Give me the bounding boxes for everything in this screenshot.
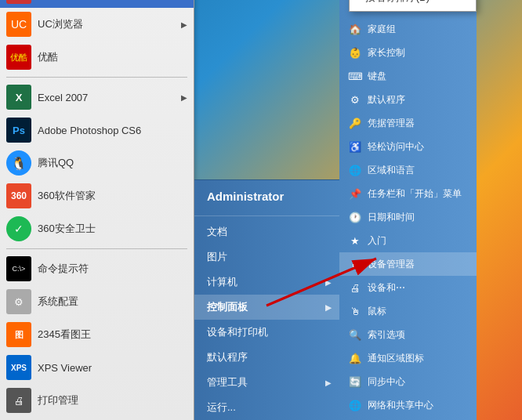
right-mouse[interactable]: 🖱 鼠标 [339,299,477,323]
credentials-icon: 🔑 [347,115,363,131]
region-lang-label: 区域和语言 [368,164,415,177]
mouse-icon: 🖱 [347,303,363,319]
xps-icon: XPS [6,355,31,380]
taskbar-start-icon: 📌 [347,186,363,201]
360mgr-icon: 360 [6,183,31,208]
uninstall-icon: 卸 [6,0,31,4]
app-sysconf[interactable]: ⚙ 系统配置 [0,285,194,318]
ease-access-icon: ♿ [347,139,363,154]
control-panel-arrow: ▶ [325,303,332,312]
app-tencent-qq[interactable]: 🐧 腾讯QQ [0,147,194,179]
keyboard-label: 键盘 [368,70,386,83]
run-label: 运行... [207,400,236,415]
sysconf-icon: ⚙ [6,289,31,314]
index-icon: 🔍 [347,327,363,342]
360guard-label: 360安全卫士 [38,222,187,236]
right-ease-access[interactable]: ♿ 轻松访问中心 [339,135,477,158]
app-2345[interactable]: 图 2345看图王 [0,318,194,351]
date-time-icon: 🕐 [347,209,363,225]
uc-arrow: ▶ [181,20,187,29]
xps-label: XPS Viewer [38,362,187,374]
print-label: 打印管理 [38,393,187,407]
menu-computer[interactable]: 计算机 ▶ [194,270,339,295]
tencent-icon: 🐧 [6,150,31,176]
right-intro[interactable]: ★ 入门 [339,229,477,252]
right-keyboard[interactable]: ⌨ 键盘 [339,64,477,88]
right-sync[interactable]: 🔄 同步中心 [339,370,477,393]
app-excel[interactable]: X Excel 2007 ▶ [0,81,194,114]
credentials-label: 凭据管理器 [368,117,415,130]
start-menu: 🌐 QQ浏览器 卸 强力卸载电脑中的软件 UC UC浏览器 ▶ 优酷 优酷 X … [0,0,477,420]
device-auto-label: 设备和⋯ [368,281,405,295]
2345-icon: 图 [6,322,31,347]
parental-label: 家长控制 [368,46,405,60]
pictures-label: 图片 [207,250,227,264]
right-region-lang[interactable]: 🌐 区域和语言 [339,158,477,182]
region-lang-icon: 🌐 [347,162,363,178]
intro-label: 入门 [368,234,386,248]
youku-label: 优酷 [38,50,187,64]
uc-label: UC浏览器 [38,17,181,31]
menu-control-panel[interactable]: 控制面板 ▶ [194,295,339,320]
right-taskbar-start[interactable]: 📌 任务栏和「开始」菜单 [339,182,477,205]
excel-icon: X [6,85,31,110]
separator-2 [6,248,187,249]
date-time-label: 日期和时间 [368,211,415,224]
menu-run[interactable]: 运行... [194,395,339,420]
computer-arrow: ▶ [325,278,332,287]
2345-label: 2345看图王 [38,328,187,342]
context-rename[interactable]: 按名称排序(B) [350,0,476,9]
tencent-label: 腾讯QQ [38,156,187,170]
admin-tools-label: 管理工具 [207,375,248,389]
right-homegroup[interactable]: 🏠 家庭组 [339,17,477,41]
print-icon: 🖨 [6,388,31,413]
app-cmd[interactable]: C:\> 命令提示符 [0,252,194,285]
sync-label: 同步中心 [368,375,405,389]
notif-icon: 🔔 [347,350,363,366]
app-uc-browser[interactable]: UC UC浏览器 ▶ [0,8,194,41]
app-youku[interactable]: 优酷 优酷 [0,41,194,74]
app-xps[interactable]: XPS XPS Viewer [0,351,194,384]
admin-tools-arrow: ▶ [325,378,332,387]
devices-label: 设备和打印机 [207,325,268,339]
middle-panel: Administrator 文档 图片 计算机 ▶ 控制面板 ▶ 设备和打印机 … [194,179,339,420]
right-date-time[interactable]: 🕐 日期和时间 [339,205,477,229]
default-programs-label: 默认程序 [207,350,248,364]
excel-arrow: ▶ [181,93,187,102]
right-device-mgr[interactable]: 🖥 设备管理器 [339,252,477,276]
left-panel: 🌐 QQ浏览器 卸 强力卸载电脑中的软件 UC UC浏览器 ▶ 优酷 优酷 X … [0,0,194,420]
app-360guard[interactable]: ✓ 360安全卫士 [0,212,194,245]
notif-label: 通知区域图标 [368,352,424,365]
right-index[interactable]: 🔍 索引选项 [339,323,477,346]
right-default-prog[interactable]: ⚙ 默认程序 [339,88,477,111]
right-credentials[interactable]: 🔑 凭据管理器 [339,111,477,135]
menu-documents[interactable]: 文档 [194,219,339,244]
network-share-label: 网络和共享中心 [368,399,433,412]
index-label: 索引选项 [368,328,405,342]
computer-label: 计算机 [207,275,237,289]
right-parental[interactable]: 👶 家长控制 [339,41,477,64]
separator-1 [6,77,187,78]
app-uninstall[interactable]: 卸 强力卸载电脑中的软件 [0,0,194,8]
ps-icon: Ps [6,118,31,143]
right-device-auto[interactable]: 🖨 设备和⋯ [339,276,477,299]
360mgr-label: 360软件管家 [38,189,187,203]
menu-pictures[interactable]: 图片 [194,244,339,270]
ps-label: Adobe Photoshop CS6 [38,125,187,136]
device-auto-icon: 🖨 [347,280,363,295]
documents-label: 文档 [207,225,227,239]
app-print[interactable]: 🖨 打印管理 [0,384,194,417]
menu-admin-tools[interactable]: 管理工具 ▶ [194,370,339,395]
menu-devices[interactable]: 设备和打印机 [194,320,339,345]
app-360mgr[interactable]: 360 360软件管家 [0,179,194,212]
right-notif[interactable]: 🔔 通知区域图标 [339,346,477,370]
app-photoshop[interactable]: Ps Adobe Photoshop CS6 [0,114,194,147]
menu-default-programs[interactable]: 默认程序 [194,345,339,370]
device-mgr-icon: 🖥 [347,256,363,272]
homegroup-icon: 🏠 [347,21,363,37]
ease-access-label: 轻松访问中心 [368,140,424,154]
right-network-share[interactable]: 🌐 网络和共享中心 [339,393,477,417]
control-panel-label: 控制面板 [207,300,248,314]
uc-icon: UC [6,12,31,37]
homegroup-label: 家庭组 [368,23,396,36]
